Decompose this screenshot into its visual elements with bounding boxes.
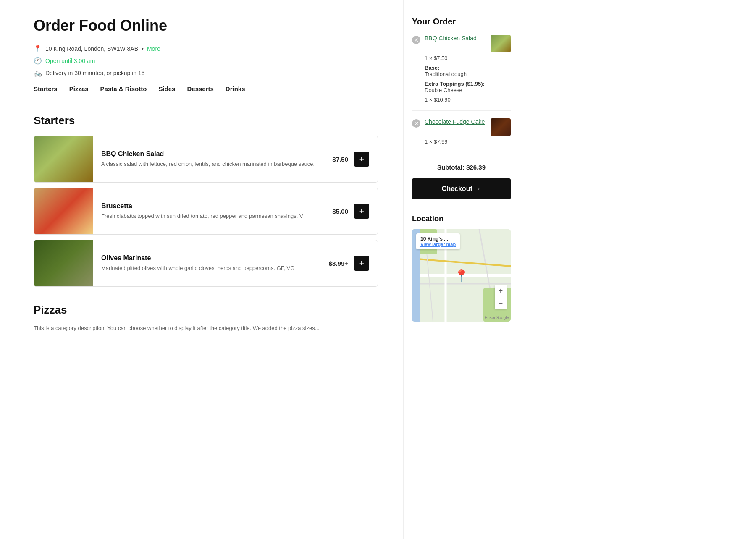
pizzas-section: Pizzas This is a category description. Y…	[34, 304, 378, 331]
bbq-chicken-salad-image	[34, 136, 93, 182]
map-address-text: 10 King's ...	[420, 236, 456, 242]
open-status-row: 🕐 Open until 3:00 am	[34, 57, 378, 65]
clock-icon: 🕐	[34, 57, 42, 65]
tab-pasta[interactable]: Pasta & Risotto	[100, 85, 147, 97]
bruscetta-right: $5.00 +	[332, 204, 378, 219]
starters-title: Starters	[34, 114, 378, 127]
more-link[interactable]: More	[147, 45, 160, 52]
order-sidebar: Your Order ✕ BBQ Chicken Salad 1 × $7.50…	[403, 0, 521, 539]
delivery-info: Delivery in 30 minutes, or pickup in 15	[45, 70, 145, 76]
add-olives-marinate-button[interactable]: +	[354, 256, 369, 271]
order-item-choc-name[interactable]: Chocolate Fudge Cake	[425, 118, 486, 125]
order-item-bbq-extra-label: Extra Toppings ($1.95):	[425, 81, 511, 87]
bbq-chicken-salad-price: $7.50	[332, 156, 348, 163]
map-container: 10 King's ... View larger map 📍 + − Enso…	[412, 229, 511, 322]
bbq-chicken-salad-desc: A classic salad with lettuce, red onion,…	[101, 160, 326, 168]
order-item-bbq-base-label: Base:	[425, 65, 511, 71]
google-logo: EnsorGoogle	[485, 315, 509, 320]
pizzas-description: This is a category description. You can …	[34, 325, 378, 331]
category-nav: Starters Pizzas Pasta & Risotto Sides De…	[34, 85, 378, 97]
olives-marinate-right: $3.99+ +	[329, 256, 378, 271]
order-item-choc-header: ✕ Chocolate Fudge Cake	[412, 118, 511, 136]
tab-sides[interactable]: Sides	[158, 85, 175, 97]
add-bbq-chicken-salad-button[interactable]: +	[354, 152, 369, 167]
order-item-choc-qty: 1 × $7.99	[425, 139, 511, 145]
tab-drinks[interactable]: Drinks	[226, 85, 245, 97]
map-address-label: 10 King's ... View larger map	[416, 233, 460, 249]
subtotal-row: Subtotal: $26.39	[412, 164, 511, 171]
map-zoom-in-button[interactable]: +	[495, 285, 507, 297]
olives-marinate-body: Olives Marinate Marinated pitted olives …	[93, 248, 329, 279]
bbq-chicken-salad-right: $7.50 +	[332, 152, 378, 167]
order-item-bbq-name[interactable]: BBQ Chicken Salad	[425, 35, 486, 42]
map-zoom-out-button[interactable]: −	[495, 297, 507, 309]
order-item-choc: ✕ Chocolate Fudge Cake 1 × $7.99	[412, 118, 511, 156]
map-zoom-controls: + −	[495, 285, 507, 309]
bruscetta-desc: Fresh ciabatta topped with sun dried tom…	[101, 212, 326, 220]
tab-starters[interactable]: Starters	[34, 85, 58, 97]
location-section: Location	[412, 215, 511, 322]
pizzas-title: Pizzas	[34, 304, 378, 317]
olives-marinate-price: $3.99+	[329, 260, 348, 267]
tab-pizzas[interactable]: Pizzas	[69, 85, 89, 97]
tab-desserts[interactable]: Desserts	[187, 85, 213, 97]
separator: •	[142, 45, 144, 52]
restaurant-address: 10 King Road, London, SW1W 8AB	[45, 45, 138, 52]
bruscetta-price: $5.00	[332, 208, 348, 215]
location-title: Location	[412, 215, 511, 223]
olives-marinate-image	[34, 240, 93, 286]
order-item-choc-thumb	[491, 118, 511, 136]
delivery-row: 🚲 Delivery in 30 minutes, or pickup in 1…	[34, 69, 378, 77]
order-item-bbq-extra-value: Double Cheese	[425, 87, 511, 93]
order-item-bbq-thumb	[491, 35, 511, 52]
open-status: Open until 3:00 am	[45, 58, 95, 64]
order-item-bbq: ✕ BBQ Chicken Salad 1 × $7.50 Base: Trad…	[412, 35, 511, 111]
map-larger-link[interactable]: View larger map	[420, 242, 456, 247]
bruscetta-body: Bruscetta Fresh ciabatta topped with sun…	[93, 196, 332, 227]
olives-marinate-desc: Marinated pitted olives with whole garli…	[101, 264, 322, 272]
remove-bbq-button[interactable]: ✕	[412, 36, 420, 44]
menu-item-bbq-chicken-salad: BBQ Chicken Salad A classic salad with l…	[34, 136, 378, 183]
order-item-bbq-qty: 1 × $7.50	[425, 55, 511, 61]
menu-item-bruscetta: Bruscetta Fresh ciabatta topped with sun…	[34, 188, 378, 235]
checkout-button[interactable]: Checkout →	[412, 178, 511, 199]
order-title: Your Order	[412, 17, 511, 26]
menu-item-olives-marinate: Olives Marinate Marinated pitted olives …	[34, 240, 378, 287]
delivery-icon: 🚲	[34, 69, 42, 77]
page-title: Order Food Online	[34, 17, 378, 34]
add-bruscetta-button[interactable]: +	[354, 204, 369, 219]
order-item-bbq-total: 1 × $10.90	[425, 97, 511, 103]
subtotal-label: Subtotal:	[437, 164, 465, 171]
bruscetta-name: Bruscetta	[101, 202, 326, 210]
main-content: Order Food Online 📍 10 King Road, London…	[0, 0, 403, 539]
subtotal-value: $26.39	[466, 164, 486, 171]
order-item-bbq-header: ✕ BBQ Chicken Salad	[412, 35, 511, 52]
bbq-chicken-salad-body: BBQ Chicken Salad A classic salad with l…	[93, 144, 332, 175]
order-item-bbq-base-value: Traditional dough	[425, 71, 511, 77]
bruscetta-image	[34, 188, 93, 234]
remove-choc-button[interactable]: ✕	[412, 119, 420, 128]
address-row: 📍 10 King Road, London, SW1W 8AB • More	[34, 44, 378, 52]
location-icon: 📍	[34, 44, 42, 52]
starters-section: Starters BBQ Chicken Salad A classic sal…	[34, 114, 378, 287]
map-pin: 📍	[454, 269, 469, 283]
olives-marinate-name: Olives Marinate	[101, 254, 322, 262]
bbq-chicken-salad-name: BBQ Chicken Salad	[101, 150, 326, 158]
